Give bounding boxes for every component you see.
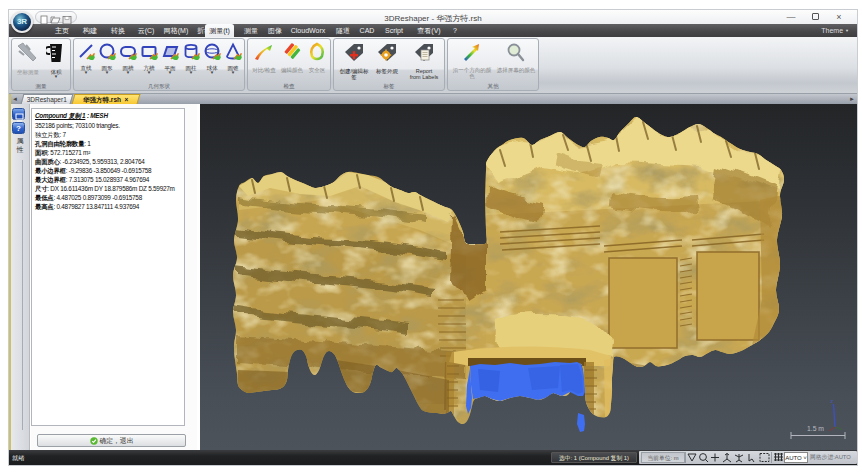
svg-text:1.5 m: 1.5 m [807, 425, 824, 432]
svg-text:z: z [830, 398, 833, 404]
